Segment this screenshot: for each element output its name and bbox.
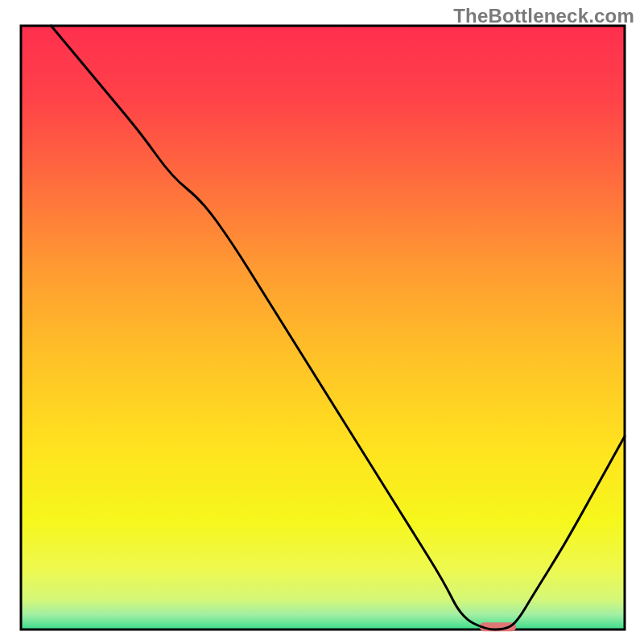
watermark-label: TheBottleneck.com: [453, 5, 634, 27]
plot-background: [21, 26, 625, 630]
bottleneck-curve-chart: [0, 0, 644, 644]
chart-container: TheBottleneck.com: [0, 0, 644, 644]
